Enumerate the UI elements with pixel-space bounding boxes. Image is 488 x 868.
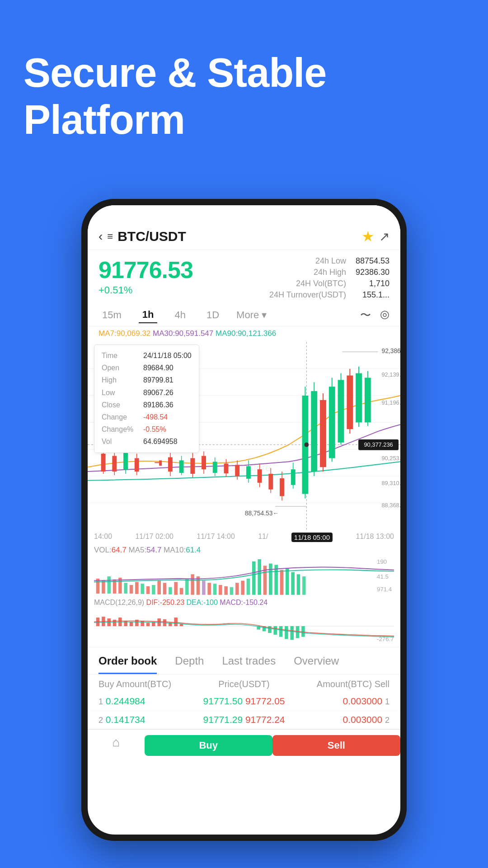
pair-title: BTC/USDT <box>117 229 357 244</box>
svg-point-60 <box>304 443 309 447</box>
svg-text:91,196.316: 91,196.316 <box>381 399 400 406</box>
buy-button[interactable]: Buy <box>145 735 272 756</box>
time-highlight: 11/18 05:00 <box>291 533 333 542</box>
stat-low: 24h Low 88754.53 <box>315 256 389 266</box>
svg-rect-104 <box>286 568 289 595</box>
svg-rect-126 <box>174 618 178 626</box>
svg-text:92,139.031: 92,139.031 <box>381 372 400 378</box>
hero-line1: Secure & Stable <box>23 50 326 95</box>
svg-rect-101 <box>269 564 272 595</box>
svg-rect-85 <box>180 588 183 594</box>
hero-title: Secure & Stable Platform <box>23 50 326 143</box>
share-icon[interactable]: ↗ <box>379 229 389 244</box>
phone-screen: ‹ ≡ BTC/USDT ★ ↗ 91776.53 +0.51% 24h Low… <box>88 205 400 835</box>
svg-rect-118 <box>130 622 133 626</box>
chart-tooltip: Time 24/11/18 05:00 Open 89684.90 High 8… <box>94 344 199 453</box>
bottom-nav: ⌂ Buy Sell <box>88 729 400 760</box>
svg-rect-97 <box>247 579 250 595</box>
notch-bar <box>88 205 400 223</box>
tooltip-vol: Vol 64.694958 <box>102 435 192 448</box>
svg-rect-71 <box>102 580 105 593</box>
svg-rect-80 <box>152 585 155 594</box>
volume-bars: 190 41.5 971.4 <box>94 556 394 597</box>
tab-orderbook[interactable]: Order book <box>99 647 157 674</box>
svg-rect-78 <box>141 584 144 594</box>
svg-rect-89 <box>202 580 206 594</box>
price-section: 91776.53 +0.51% 24h Low 88754.53 24h Hig… <box>88 250 400 304</box>
price-stats: 24h Low 88754.53 24h High 92386.30 24H V… <box>269 256 389 300</box>
svg-rect-107 <box>302 576 306 595</box>
svg-rect-94 <box>230 587 234 595</box>
svg-text:88,368.171: 88,368.171 <box>381 502 400 509</box>
back-button[interactable]: ‹ <box>99 229 103 244</box>
svg-text:89,310.886: 89,310.886 <box>381 480 400 486</box>
svg-rect-79 <box>146 586 150 594</box>
nav-home[interactable]: ⌂ <box>88 735 145 756</box>
settings-chart-icon[interactable]: ◎ <box>380 308 389 322</box>
ma-row: MA7:90,069.32 MA30:90,591.547 MA90:90,12… <box>88 326 400 341</box>
interval-more[interactable]: More ▾ <box>236 309 267 321</box>
svg-rect-96 <box>241 580 244 594</box>
svg-rect-93 <box>224 586 228 595</box>
svg-text:41.5: 41.5 <box>377 573 389 580</box>
line-chart-icon[interactable]: 〜 <box>360 308 371 322</box>
menu-icon[interactable]: ≡ <box>107 231 113 242</box>
svg-rect-84 <box>174 582 178 594</box>
tooltip-close: Close 89186.36 <box>102 399 192 411</box>
svg-rect-136 <box>301 626 305 637</box>
svg-rect-72 <box>107 576 111 594</box>
svg-rect-99 <box>258 559 261 595</box>
orderbook-row: 2 0.141734 91771.29 91772.24 0.003000 2 <box>88 711 400 729</box>
svg-rect-81 <box>157 580 161 594</box>
svg-rect-121 <box>146 623 150 626</box>
tab-depth[interactable]: Depth <box>175 647 204 674</box>
volume-section: VOL:64.7 MA5:54.7 MA10:61.4 <box>88 544 400 597</box>
svg-text:90,377.236: 90,377.236 <box>364 441 393 448</box>
chart-area: Time 24/11/18 05:00 Open 89684.90 High 8… <box>88 341 400 531</box>
svg-text:88,754.53←: 88,754.53← <box>245 509 279 517</box>
svg-rect-134 <box>290 626 294 640</box>
price-change: +0.51% <box>99 284 193 296</box>
macd-row: MACD(12,26,9) DIF:-250.23 DEA:-100 MACD:… <box>94 599 394 607</box>
svg-text:92,386.30: 92,386.30 <box>381 347 400 354</box>
svg-rect-86 <box>185 579 189 595</box>
interval-1h[interactable]: 1h <box>139 307 158 323</box>
svg-rect-103 <box>280 570 284 595</box>
svg-text:190: 190 <box>377 558 387 565</box>
stat-high: 24h High 92386.30 <box>314 268 389 277</box>
orderbook-row: 1 0.244984 91771.50 91772.05 0.003000 1 <box>88 692 400 711</box>
svg-rect-131 <box>273 626 277 635</box>
app-header: ‹ ≡ BTC/USDT ★ ↗ <box>88 223 400 250</box>
svg-text:90,253.601: 90,253.601 <box>381 455 400 462</box>
svg-rect-90 <box>207 583 211 595</box>
time-axis: 14:00 11/17 02:00 11/17 14:00 11/ 11/18 … <box>88 531 400 544</box>
favorite-icon[interactable]: ★ <box>361 228 375 245</box>
tabs-bar: Order book Depth Last trades Overview <box>88 647 400 675</box>
tooltip-changepct: Change% -0.55% <box>102 423 192 435</box>
ma90-label: MA90:90,121.366 <box>216 329 276 338</box>
macd-bars: -276.7 <box>94 608 394 644</box>
tooltip-high: High 89799.81 <box>102 374 192 386</box>
stat-turnover: 24H Turnover(USDT) 155.1... <box>269 290 389 300</box>
interval-1d[interactable]: 1D <box>203 307 223 323</box>
orderbook-header: Buy Amount(BTC) Price(USDT) Amount(BTC) … <box>88 675 400 692</box>
tab-overview[interactable]: Overview <box>294 647 339 674</box>
svg-rect-98 <box>252 561 256 595</box>
vol-row: VOL:64.7 MA5:54.7 MA10:61.4 <box>94 546 394 555</box>
svg-rect-77 <box>135 582 139 594</box>
main-price: 91776.53 <box>99 256 193 283</box>
svg-rect-17 <box>159 460 162 466</box>
phone-mockup: ‹ ≡ BTC/USDT ★ ↗ 91776.53 +0.51% 24h Low… <box>81 199 407 832</box>
interval-4h[interactable]: 4h <box>171 307 189 323</box>
interval-15m[interactable]: 15m <box>99 307 125 323</box>
interval-bar: 15m 1h 4h 1D More ▾ 〜 ◎ <box>88 304 400 326</box>
svg-rect-133 <box>285 626 288 639</box>
tooltip-change: Change -498.54 <box>102 411 192 423</box>
tab-lasttrades[interactable]: Last trades <box>222 647 276 674</box>
tooltip-open: Open 89684.90 <box>102 362 192 374</box>
svg-rect-105 <box>291 572 295 595</box>
svg-rect-83 <box>169 587 172 594</box>
sell-button[interactable]: Sell <box>272 735 400 756</box>
phone-shell: ‹ ≡ BTC/USDT ★ ↗ 91776.53 +0.51% 24h Low… <box>81 199 407 841</box>
ma7-label: MA7:90,069.32 <box>99 329 153 338</box>
